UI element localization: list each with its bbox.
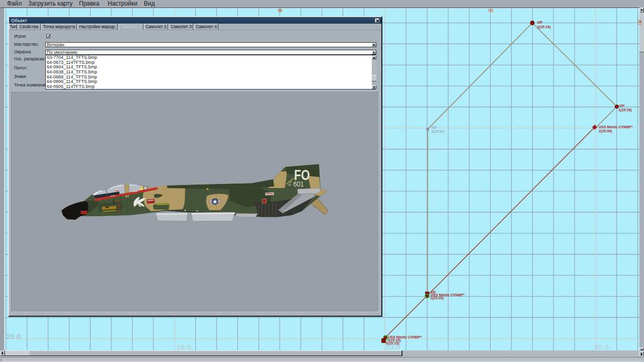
svg-text:1(15:20): 1(15:20) bbox=[430, 296, 443, 300]
svg-text:10.0: 10.0 bbox=[177, 343, 191, 351]
svg-text:05*: 05* bbox=[619, 104, 625, 108]
svg-text:67: 67 bbox=[288, 184, 291, 187]
svg-text:2(15:19): 2(15:19) bbox=[537, 25, 550, 29]
svg-text:20.0: 20.0 bbox=[6, 333, 21, 340]
svg-text:3(15:20): 3(15:20) bbox=[431, 130, 444, 134]
svg-text:30.0: 30.0 bbox=[594, 343, 609, 351]
svg-text:05*: 05* bbox=[537, 21, 543, 24]
svg-text:05*: 05* bbox=[432, 126, 437, 129]
svg-text:USS Nimitz CVN68**: USS Nimitz CVN68** bbox=[599, 125, 633, 129]
svg-text:1(15:18): 1(15:18) bbox=[618, 108, 631, 112]
svg-text:0(15:15): 0(15:15) bbox=[386, 341, 399, 345]
svg-text:601: 601 bbox=[293, 179, 304, 188]
svg-text:2(15:39): 2(15:39) bbox=[599, 129, 612, 133]
